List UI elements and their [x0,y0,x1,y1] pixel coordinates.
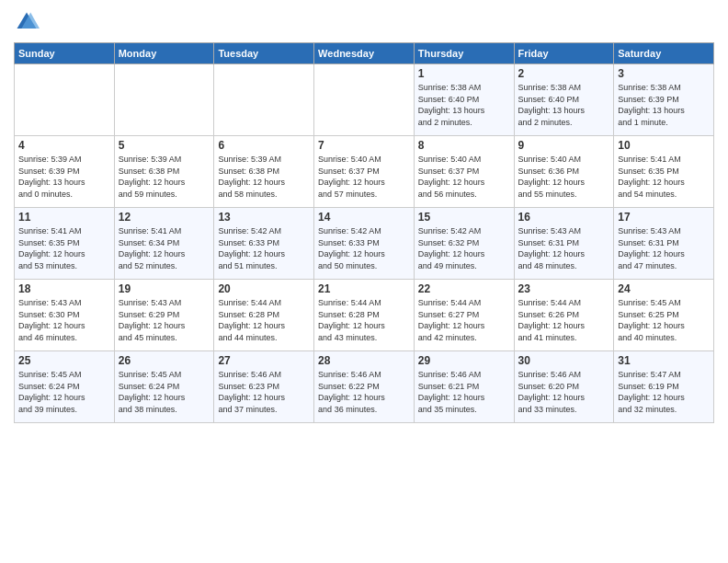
day-info: Sunrise: 5:39 AM Sunset: 6:38 PM Dayligh… [218,154,310,200]
day-cell: 7Sunrise: 5:40 AM Sunset: 6:37 PM Daylig… [314,136,415,208]
logo-icon [14,9,40,35]
day-info: Sunrise: 5:42 AM Sunset: 6:33 PM Dayligh… [318,225,410,271]
day-number: 30 [518,354,610,367]
day-info: Sunrise: 5:38 AM Sunset: 6:39 PM Dayligh… [618,82,710,128]
day-number: 10 [618,139,710,152]
day-number: 6 [218,139,310,152]
day-number: 17 [618,211,710,224]
day-cell: 6Sunrise: 5:39 AM Sunset: 6:38 PM Daylig… [214,136,314,208]
day-cell: 29Sunrise: 5:46 AM Sunset: 6:21 PM Dayli… [414,351,514,423]
day-cell: 4Sunrise: 5:39 AM Sunset: 6:39 PM Daylig… [15,136,115,208]
logo [14,9,43,35]
day-info: Sunrise: 5:44 AM Sunset: 6:26 PM Dayligh… [518,297,610,343]
week-row-5: 25Sunrise: 5:45 AM Sunset: 6:24 PM Dayli… [15,351,714,423]
day-info: Sunrise: 5:43 AM Sunset: 6:30 PM Dayligh… [18,297,110,343]
day-info: Sunrise: 5:42 AM Sunset: 6:32 PM Dayligh… [418,225,510,271]
day-cell: 27Sunrise: 5:46 AM Sunset: 6:23 PM Dayli… [214,351,314,423]
day-cell: 1Sunrise: 5:38 AM Sunset: 6:40 PM Daylig… [414,64,514,136]
day-cell: 30Sunrise: 5:46 AM Sunset: 6:20 PM Dayli… [514,351,614,423]
day-cell: 19Sunrise: 5:43 AM Sunset: 6:29 PM Dayli… [114,280,214,351]
day-cell: 22Sunrise: 5:44 AM Sunset: 6:27 PM Dayli… [414,280,514,351]
day-info: Sunrise: 5:40 AM Sunset: 6:37 PM Dayligh… [318,154,410,200]
day-cell: 25Sunrise: 5:45 AM Sunset: 6:24 PM Dayli… [15,351,115,423]
day-info: Sunrise: 5:46 AM Sunset: 6:23 PM Dayligh… [218,369,310,415]
day-number: 7 [318,139,410,152]
calendar-table: SundayMondayTuesdayWednesdayThursdayFrid… [14,42,714,423]
day-info: Sunrise: 5:45 AM Sunset: 6:24 PM Dayligh… [18,369,110,415]
day-cell: 18Sunrise: 5:43 AM Sunset: 6:30 PM Dayli… [15,280,115,351]
day-cell: 31Sunrise: 5:47 AM Sunset: 6:19 PM Dayli… [614,351,714,423]
day-info: Sunrise: 5:45 AM Sunset: 6:24 PM Dayligh… [119,369,210,415]
day-info: Sunrise: 5:41 AM Sunset: 6:34 PM Dayligh… [119,225,210,271]
day-cell: 17Sunrise: 5:43 AM Sunset: 6:31 PM Dayli… [614,208,714,280]
header [14,9,714,35]
day-number: 25 [18,354,110,367]
day-number: 18 [18,282,110,295]
day-number: 4 [18,139,110,152]
day-number: 27 [218,354,310,367]
weekday-header-sunday: Sunday [15,43,115,64]
day-number: 13 [218,211,310,224]
weekday-header-tuesday: Tuesday [214,43,314,64]
day-number: 3 [618,67,710,80]
day-info: Sunrise: 5:44 AM Sunset: 6:28 PM Dayligh… [218,297,310,343]
day-number: 11 [18,211,110,224]
day-info: Sunrise: 5:46 AM Sunset: 6:22 PM Dayligh… [318,369,410,415]
day-info: Sunrise: 5:43 AM Sunset: 6:29 PM Dayligh… [119,297,210,343]
day-info: Sunrise: 5:39 AM Sunset: 6:39 PM Dayligh… [18,154,110,200]
week-row-2: 4Sunrise: 5:39 AM Sunset: 6:39 PM Daylig… [15,136,714,208]
day-cell [214,64,314,136]
day-info: Sunrise: 5:46 AM Sunset: 6:21 PM Dayligh… [418,369,510,415]
day-info: Sunrise: 5:45 AM Sunset: 6:25 PM Dayligh… [618,297,710,343]
day-number: 28 [318,354,410,367]
day-cell: 24Sunrise: 5:45 AM Sunset: 6:25 PM Dayli… [614,280,714,351]
day-number: 16 [518,211,610,224]
day-cell: 8Sunrise: 5:40 AM Sunset: 6:37 PM Daylig… [414,136,514,208]
weekday-header-thursday: Thursday [414,43,514,64]
day-cell: 5Sunrise: 5:39 AM Sunset: 6:38 PM Daylig… [114,136,214,208]
day-cell: 10Sunrise: 5:41 AM Sunset: 6:35 PM Dayli… [614,136,714,208]
day-cell [15,64,115,136]
day-cell [114,64,214,136]
day-number: 21 [318,282,410,295]
day-cell: 16Sunrise: 5:43 AM Sunset: 6:31 PM Dayli… [514,208,614,280]
weekday-header-monday: Monday [114,43,214,64]
day-cell: 11Sunrise: 5:41 AM Sunset: 6:35 PM Dayli… [15,208,115,280]
day-number: 26 [119,354,210,367]
day-cell: 26Sunrise: 5:45 AM Sunset: 6:24 PM Dayli… [114,351,214,423]
page: SundayMondayTuesdayWednesdayThursdayFrid… [0,0,728,563]
weekday-header-saturday: Saturday [614,43,714,64]
day-number: 8 [418,139,510,152]
day-number: 22 [418,282,510,295]
day-number: 12 [119,211,210,224]
day-info: Sunrise: 5:43 AM Sunset: 6:31 PM Dayligh… [618,225,710,271]
day-number: 1 [418,67,510,80]
day-number: 9 [518,139,610,152]
day-number: 15 [418,211,510,224]
day-number: 24 [618,282,710,295]
day-info: Sunrise: 5:40 AM Sunset: 6:36 PM Dayligh… [518,154,610,200]
day-info: Sunrise: 5:43 AM Sunset: 6:31 PM Dayligh… [518,225,610,271]
day-cell: 13Sunrise: 5:42 AM Sunset: 6:33 PM Dayli… [214,208,314,280]
day-cell: 2Sunrise: 5:38 AM Sunset: 6:40 PM Daylig… [514,64,614,136]
day-info: Sunrise: 5:42 AM Sunset: 6:33 PM Dayligh… [218,225,310,271]
day-info: Sunrise: 5:47 AM Sunset: 6:19 PM Dayligh… [618,369,710,415]
day-info: Sunrise: 5:39 AM Sunset: 6:38 PM Dayligh… [119,154,210,200]
day-cell: 12Sunrise: 5:41 AM Sunset: 6:34 PM Dayli… [114,208,214,280]
week-row-4: 18Sunrise: 5:43 AM Sunset: 6:30 PM Dayli… [15,280,714,351]
day-number: 20 [218,282,310,295]
day-cell: 28Sunrise: 5:46 AM Sunset: 6:22 PM Dayli… [314,351,415,423]
day-number: 23 [518,282,610,295]
day-info: Sunrise: 5:40 AM Sunset: 6:37 PM Dayligh… [418,154,510,200]
day-number: 2 [518,67,610,80]
day-info: Sunrise: 5:46 AM Sunset: 6:20 PM Dayligh… [518,369,610,415]
day-cell: 9Sunrise: 5:40 AM Sunset: 6:36 PM Daylig… [514,136,614,208]
day-cell [314,64,415,136]
day-number: 29 [418,354,510,367]
day-number: 19 [119,282,210,295]
day-cell: 21Sunrise: 5:44 AM Sunset: 6:28 PM Dayli… [314,280,415,351]
day-cell: 20Sunrise: 5:44 AM Sunset: 6:28 PM Dayli… [214,280,314,351]
day-info: Sunrise: 5:41 AM Sunset: 6:35 PM Dayligh… [618,154,710,200]
day-info: Sunrise: 5:38 AM Sunset: 6:40 PM Dayligh… [418,82,510,128]
day-cell: 23Sunrise: 5:44 AM Sunset: 6:26 PM Dayli… [514,280,614,351]
